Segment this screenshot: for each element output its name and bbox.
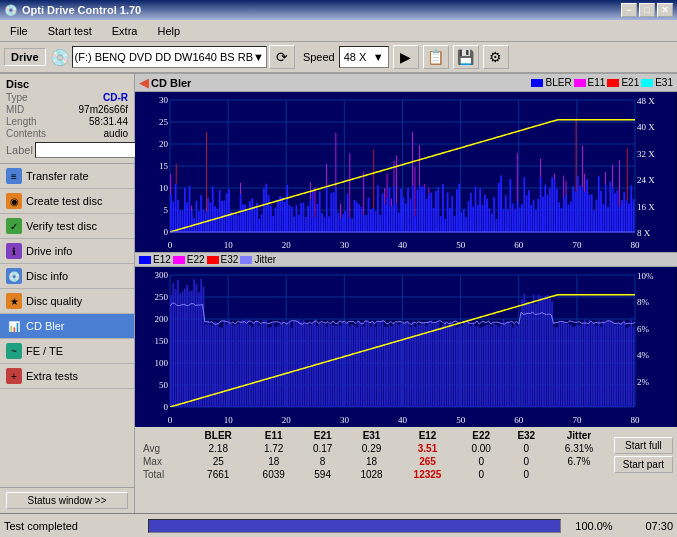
app-icon: 💿 xyxy=(4,4,18,17)
e31-legend: E31 xyxy=(641,77,673,88)
transfer-rate-icon: ≡ xyxy=(6,168,22,184)
e32-color xyxy=(207,256,219,264)
create-test-disc-icon: ◉ xyxy=(6,193,22,209)
menu-file[interactable]: File xyxy=(4,23,34,39)
stats-buttons: Start full Start part xyxy=(614,437,673,473)
stats-table: BLER E11 E21 E31 E12 E22 E32 Jitter Avg … xyxy=(139,429,610,481)
e11-color xyxy=(574,79,586,87)
stats-avg-e21: 0.17 xyxy=(299,442,346,455)
stats-col-e32: E32 xyxy=(504,429,548,442)
stats-header-row: BLER E11 E21 E31 E12 E22 E32 Jitter xyxy=(139,429,610,442)
sidebar-item-disc-quality[interactable]: ★ Disc quality xyxy=(0,289,134,314)
disc-type-key: Type xyxy=(6,92,28,103)
disc-length-key: Length xyxy=(6,116,37,127)
stats-col-e31: E31 xyxy=(346,429,397,442)
stats-avg-e11: 1.72 xyxy=(248,442,299,455)
sidebar-item-fe-te[interactable]: ~ FE / TE xyxy=(0,339,134,364)
disc-contents-val: audio xyxy=(104,128,128,139)
chart1-header: ◀ CD Bler BLER E11 E21 E31 xyxy=(135,74,677,92)
drive-refresh-btn[interactable]: ⟳ xyxy=(269,45,295,69)
stats-avg-e12: 3.51 xyxy=(397,442,458,455)
disc-label-key: Label xyxy=(6,144,33,156)
stats-total-bler: 7661 xyxy=(188,468,248,481)
stats-max-bler: 25 xyxy=(188,455,248,468)
save-btn[interactable]: 💾 xyxy=(453,45,479,69)
start-full-btn[interactable]: Start full xyxy=(614,437,673,454)
stats-avg-bler: 2.18 xyxy=(188,442,248,455)
menu-start-test[interactable]: Start test xyxy=(42,23,98,39)
e32-legend: E32 xyxy=(207,254,239,265)
cd-bler-icon: 📊 xyxy=(6,318,22,334)
stats-area: BLER E11 E21 E31 E12 E22 E32 Jitter Avg … xyxy=(135,427,677,483)
e22-label: E22 xyxy=(187,254,205,265)
chart2-area xyxy=(135,267,677,427)
stats-max-label: Max xyxy=(139,455,188,468)
sidebar-item-transfer-rate[interactable]: ≡ Transfer rate xyxy=(0,164,134,189)
stats-total-e21: 594 xyxy=(299,468,346,481)
sidebar-item-disc-info[interactable]: 💿 Disc info xyxy=(0,264,134,289)
bler-legend: BLER xyxy=(531,77,571,88)
play-btn[interactable]: ▶ xyxy=(393,45,419,69)
menu-help[interactable]: Help xyxy=(151,23,186,39)
time-display: 07:30 xyxy=(623,520,673,532)
disc-info-icon: 💿 xyxy=(6,268,22,284)
stats-col-e11: E11 xyxy=(248,429,299,442)
speed-dropdown-icon[interactable]: ▼ xyxy=(373,51,384,63)
drive-icon: 💿 xyxy=(50,48,70,67)
chart1-canvas xyxy=(135,92,675,252)
drive-combo[interactable]: (F:) BENQ DVD DD DW1640 BS RB ▼ xyxy=(72,46,267,68)
disc-type-val: CD-R xyxy=(103,92,128,103)
stats-total-e22: 0 xyxy=(458,468,505,481)
verify-test-disc-label: Verify test disc xyxy=(26,220,97,232)
maximize-button[interactable]: □ xyxy=(639,3,655,17)
chart1-title: CD Bler xyxy=(151,77,191,89)
disc-quality-icon: ★ xyxy=(6,293,22,309)
menu-bar: File Start test Extra Help xyxy=(0,20,677,42)
jitter-legend: Jitter xyxy=(240,254,276,265)
fe-te-label: FE / TE xyxy=(26,345,63,357)
title-bar: 💿 Opti Drive Control 1.70 − □ ✕ xyxy=(0,0,677,20)
close-button[interactable]: ✕ xyxy=(657,3,673,17)
menu-extra[interactable]: Extra xyxy=(106,23,144,39)
jitter-color xyxy=(240,256,252,264)
stats-avg-e31: 0.29 xyxy=(346,442,397,455)
sidebar-item-verify-test-disc[interactable]: ✓ Verify test disc xyxy=(0,214,134,239)
e21-legend: E21 xyxy=(607,77,639,88)
sidebar-item-create-test-disc[interactable]: ◉ Create test disc xyxy=(0,189,134,214)
stats-total-e31: 1028 xyxy=(346,468,397,481)
speed-combo[interactable]: 48 X ▼ xyxy=(339,46,389,68)
stats-max-e12: 265 xyxy=(397,455,458,468)
disc-section-title: Disc xyxy=(6,78,128,90)
stats-col-jitter: Jitter xyxy=(548,429,610,442)
e12-color xyxy=(139,256,151,264)
chart2-header: E12 E22 E32 Jitter xyxy=(135,252,677,267)
cd-bler-label: CD Bler xyxy=(26,320,65,332)
speed-value: 48 X xyxy=(344,51,367,63)
stats-col-e22: E22 xyxy=(458,429,505,442)
copy-btn[interactable]: 📋 xyxy=(423,45,449,69)
sidebar-item-drive-info[interactable]: ℹ Drive info xyxy=(0,239,134,264)
stats-avg-label: Avg xyxy=(139,442,188,455)
settings-btn[interactable]: ⚙ xyxy=(483,45,509,69)
sidebar-item-extra-tests[interactable]: + Extra tests xyxy=(0,364,134,389)
speed-label: Speed xyxy=(303,51,335,63)
disc-mid-val: 97m26s66f xyxy=(79,104,128,115)
start-part-btn[interactable]: Start part xyxy=(614,456,673,473)
stats-max-jitter: 6.7% xyxy=(548,455,610,468)
e21-label: E21 xyxy=(621,77,639,88)
minimize-button[interactable]: − xyxy=(621,3,637,17)
jitter-label: Jitter xyxy=(254,254,276,265)
e22-legend: E22 xyxy=(173,254,205,265)
create-test-disc-label: Create test disc xyxy=(26,195,102,207)
e12-label: E12 xyxy=(153,254,171,265)
chart1-title-icon: ◀ xyxy=(139,75,149,90)
stats-max-e31: 18 xyxy=(346,455,397,468)
e12-legend: E12 xyxy=(139,254,171,265)
progress-bar-fill xyxy=(149,520,560,532)
drive-dropdown-icon[interactable]: ▼ xyxy=(253,51,264,63)
bler-label: BLER xyxy=(545,77,571,88)
status-window-btn[interactable]: Status window >> xyxy=(6,492,128,509)
stats-col-bler: BLER xyxy=(188,429,248,442)
verify-test-disc-icon: ✓ xyxy=(6,218,22,234)
sidebar-item-cd-bler[interactable]: 📊 CD Bler xyxy=(0,314,134,339)
